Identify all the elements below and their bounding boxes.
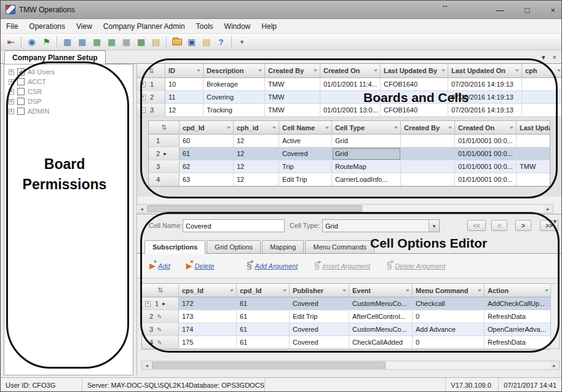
table-row[interactable]: +1 10 Brokerage TMW 01/01/2001 11:4... C… bbox=[137, 78, 562, 91]
grid-cell[interactable] bbox=[522, 91, 562, 104]
grid-cell[interactable]: CFOB1640 bbox=[381, 78, 448, 91]
column-header-event[interactable]: Event bbox=[349, 284, 413, 297]
column-header-publisher[interactable]: Publisher bbox=[290, 284, 349, 297]
table-row[interactable]: 2✎ 173 61 Edit Trip AfterCellControl... … bbox=[142, 310, 550, 323]
grid-cell[interactable]: Covered bbox=[290, 297, 349, 310]
grid-cell[interactable]: 01/01/0001 00:0... bbox=[455, 147, 516, 160]
grid-cell[interactable]: 172 bbox=[179, 297, 237, 310]
grid-cell[interactable]: 12 bbox=[234, 160, 279, 173]
checkbox-unchecked[interactable] bbox=[17, 98, 25, 105]
tree-item-admin[interactable]: + ADMIN bbox=[4, 106, 133, 116]
grid-cell[interactable]: Checkcall bbox=[413, 297, 485, 310]
grid-cell[interactable] bbox=[401, 160, 455, 173]
grid-cell[interactable]: 10 bbox=[165, 78, 204, 91]
grid-cell[interactable]: Add Advance bbox=[413, 323, 485, 336]
grid-cell[interactable]: 01/01/0001 00:0... bbox=[455, 160, 516, 173]
grid-cell[interactable]: Trip bbox=[279, 160, 332, 173]
table-row[interactable]: 3 62 12 Trip RouteMap 01/01/0001 00:0...… bbox=[149, 160, 550, 173]
filter-icon[interactable] bbox=[515, 69, 519, 72]
grid-corner-icon[interactable]: ⇅ bbox=[137, 64, 165, 78]
add-button[interactable]: ▶ + Add bbox=[147, 261, 170, 272]
grid-cell[interactable]: 07/20/2016 14:19:13 bbox=[448, 78, 522, 91]
save-icon[interactable]: ▣ bbox=[185, 36, 198, 49]
grid-cell[interactable]: OpenCarrierAdva... bbox=[485, 323, 551, 336]
column-header-description[interactable]: Description bbox=[204, 64, 265, 78]
grid-cell[interactable] bbox=[516, 135, 550, 147]
expand-icon[interactable]: + bbox=[9, 79, 14, 85]
column-header-cell-name[interactable]: Cell Name bbox=[279, 121, 332, 135]
column-header-menu-command[interactable]: Menu Command bbox=[413, 284, 485, 297]
chevron-down-icon[interactable]: ▾ bbox=[429, 220, 439, 232]
tab-company-planner-setup[interactable]: Company Planner Setup bbox=[4, 50, 106, 64]
filter-icon[interactable] bbox=[230, 289, 234, 292]
grid-cell[interactable]: TMW bbox=[265, 91, 320, 104]
tab-subscriptions[interactable]: Subscriptions bbox=[144, 240, 205, 254]
exit-icon[interactable]: ⇤ bbox=[4, 36, 17, 49]
filter-icon[interactable] bbox=[314, 69, 317, 72]
delete-button[interactable]: ▶ × Delete bbox=[184, 261, 215, 272]
grid-cell[interactable]: AddCheckCallUp... bbox=[485, 297, 551, 310]
grid-cell[interactable]: Edit Trip bbox=[279, 173, 332, 186]
grid-cell[interactable] bbox=[522, 104, 562, 117]
grid-cell[interactable]: 12 bbox=[234, 135, 279, 147]
grid-cell[interactable]: AfterCellControl... bbox=[349, 310, 413, 323]
scroll-right-icon[interactable]: ▸ bbox=[550, 361, 559, 369]
filter-icon[interactable] bbox=[374, 69, 378, 72]
grid-cell[interactable]: 01/01/2001 11:4... bbox=[320, 78, 381, 91]
filter-icon[interactable] bbox=[227, 127, 231, 129]
grid-cell[interactable]: Covered bbox=[290, 336, 349, 349]
grid-back-icon[interactable]: ▦ bbox=[61, 36, 74, 49]
grid-cell[interactable]: 174 bbox=[179, 323, 237, 336]
globe-icon[interactable]: ◉ bbox=[25, 36, 38, 49]
menu-operations[interactable]: Operations bbox=[23, 20, 71, 33]
grid-cell[interactable]: 0 bbox=[413, 310, 485, 323]
filter-icon[interactable] bbox=[342, 289, 346, 292]
scroll-left-icon[interactable]: ◂ bbox=[137, 205, 146, 213]
grid-cell[interactable] bbox=[522, 78, 562, 91]
grid-cell[interactable]: TMW bbox=[265, 104, 320, 117]
menu-view[interactable]: View bbox=[71, 20, 98, 33]
filter-icon[interactable] bbox=[441, 69, 445, 72]
grid-cell[interactable]: RefreshData bbox=[485, 336, 551, 349]
filter-icon[interactable] bbox=[283, 289, 287, 292]
table-row[interactable]: 4✎ 175 61 Covered CheckCallAdded 0 Refre… bbox=[142, 336, 550, 349]
column-header-cps-id[interactable]: cps_Id bbox=[179, 284, 237, 297]
row-indicator[interactable]: 4 bbox=[149, 173, 180, 186]
grid-cell[interactable]: Grid bbox=[332, 135, 401, 147]
menu-file[interactable]: File bbox=[1, 20, 23, 33]
grid-cell[interactable]: Edit Trip bbox=[290, 310, 349, 323]
grid-cell[interactable]: Covered bbox=[279, 147, 332, 160]
column-header-last-updated[interactable]: Last Updated bbox=[516, 121, 550, 135]
notepad-icon[interactable]: ▤ bbox=[200, 36, 213, 49]
table-row[interactable]: −3 12 Tracking TMW 01/01/2001 13:0... CF… bbox=[137, 104, 562, 117]
row-indicator[interactable]: 2✎ bbox=[142, 310, 179, 323]
tree-item-all-users[interactable]: + ✓ All Users bbox=[4, 67, 133, 77]
grid-corner-icon[interactable]: ⇅ bbox=[142, 284, 179, 297]
column-header-cpd-id[interactable]: cpd_Id bbox=[180, 121, 234, 135]
grid-corner-icon[interactable]: ⇅ bbox=[149, 121, 180, 135]
filter-icon[interactable] bbox=[557, 69, 561, 72]
filter-icon[interactable] bbox=[406, 289, 410, 292]
grid-cell[interactable]: 0 bbox=[413, 336, 485, 349]
row-indicator[interactable]: −3 bbox=[137, 104, 165, 117]
grid-cell[interactable]: Brokerage bbox=[204, 78, 265, 91]
grid-cell[interactable]: RefreshData bbox=[485, 310, 551, 323]
grid-cell[interactable]: 60 bbox=[180, 135, 234, 147]
grid-cell[interactable]: TMW bbox=[265, 78, 320, 91]
grid-cell[interactable]: 62 bbox=[180, 160, 234, 173]
scroll-thumb[interactable] bbox=[147, 205, 362, 212]
grid-cell[interactable]: 01/01/0001 00:0... bbox=[455, 135, 516, 147]
cell-name-input[interactable] bbox=[183, 219, 285, 232]
filter-icon[interactable] bbox=[478, 289, 481, 292]
grid-cell[interactable]: 07/20/2016 14:19:13 bbox=[448, 104, 522, 117]
grid-cell[interactable]: Active bbox=[279, 135, 332, 147]
column-header-created-on[interactable]: Created On bbox=[455, 121, 516, 135]
row-indicator[interactable]: 4✎ bbox=[142, 336, 179, 349]
checkbox-checked[interactable]: ✓ bbox=[17, 68, 25, 76]
filter-icon[interactable] bbox=[258, 69, 262, 72]
filter-icon[interactable] bbox=[510, 127, 513, 129]
grid-cell-focused[interactable]: Grid bbox=[332, 147, 401, 160]
grid-cell[interactable]: 11 bbox=[165, 91, 204, 104]
grid-cell[interactable]: CheckCallAdded bbox=[349, 336, 413, 349]
grid-cell[interactable]: CarrierLoadInfo... bbox=[332, 173, 401, 186]
